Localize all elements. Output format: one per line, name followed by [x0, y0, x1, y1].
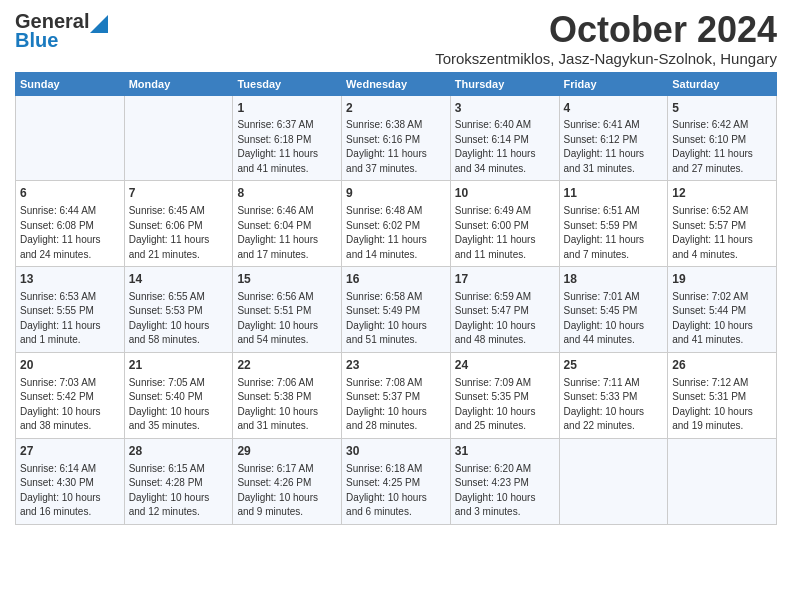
day-number: 2 [346, 100, 446, 117]
day-info: Sunrise: 6:45 AM Sunset: 6:06 PM Dayligh… [129, 204, 229, 262]
day-info: Sunrise: 6:42 AM Sunset: 6:10 PM Dayligh… [672, 118, 772, 176]
calendar-cell: 5Sunrise: 6:42 AM Sunset: 6:10 PM Daylig… [668, 95, 777, 181]
calendar-cell: 24Sunrise: 7:09 AM Sunset: 5:35 PM Dayli… [450, 352, 559, 438]
day-info: Sunrise: 6:48 AM Sunset: 6:02 PM Dayligh… [346, 204, 446, 262]
day-info: Sunrise: 7:12 AM Sunset: 5:31 PM Dayligh… [672, 376, 772, 434]
day-number: 16 [346, 271, 446, 288]
week-row-5: 27Sunrise: 6:14 AM Sunset: 4:30 PM Dayli… [16, 438, 777, 524]
day-info: Sunrise: 6:14 AM Sunset: 4:30 PM Dayligh… [20, 462, 120, 520]
calendar-table: SundayMondayTuesdayWednesdayThursdayFrid… [15, 72, 777, 525]
day-number: 30 [346, 443, 446, 460]
calendar-cell: 2Sunrise: 6:38 AM Sunset: 6:16 PM Daylig… [342, 95, 451, 181]
header-row: SundayMondayTuesdayWednesdayThursdayFrid… [16, 72, 777, 95]
calendar-cell: 29Sunrise: 6:17 AM Sunset: 4:26 PM Dayli… [233, 438, 342, 524]
calendar-cell: 23Sunrise: 7:08 AM Sunset: 5:37 PM Dayli… [342, 352, 451, 438]
calendar-cell: 26Sunrise: 7:12 AM Sunset: 5:31 PM Dayli… [668, 352, 777, 438]
day-number: 31 [455, 443, 555, 460]
day-info: Sunrise: 6:56 AM Sunset: 5:51 PM Dayligh… [237, 290, 337, 348]
calendar-cell: 15Sunrise: 6:56 AM Sunset: 5:51 PM Dayli… [233, 267, 342, 353]
calendar-cell [559, 438, 668, 524]
day-info: Sunrise: 7:01 AM Sunset: 5:45 PM Dayligh… [564, 290, 664, 348]
week-row-2: 6Sunrise: 6:44 AM Sunset: 6:08 PM Daylig… [16, 181, 777, 267]
calendar-cell: 17Sunrise: 6:59 AM Sunset: 5:47 PM Dayli… [450, 267, 559, 353]
calendar-cell: 8Sunrise: 6:46 AM Sunset: 6:04 PM Daylig… [233, 181, 342, 267]
day-number: 12 [672, 185, 772, 202]
day-number: 24 [455, 357, 555, 374]
day-number: 6 [20, 185, 120, 202]
day-number: 14 [129, 271, 229, 288]
day-number: 25 [564, 357, 664, 374]
day-info: Sunrise: 6:41 AM Sunset: 6:12 PM Dayligh… [564, 118, 664, 176]
day-info: Sunrise: 6:49 AM Sunset: 6:00 PM Dayligh… [455, 204, 555, 262]
day-info: Sunrise: 6:20 AM Sunset: 4:23 PM Dayligh… [455, 462, 555, 520]
day-info: Sunrise: 6:59 AM Sunset: 5:47 PM Dayligh… [455, 290, 555, 348]
day-number: 7 [129, 185, 229, 202]
calendar-cell: 3Sunrise: 6:40 AM Sunset: 6:14 PM Daylig… [450, 95, 559, 181]
calendar-cell: 13Sunrise: 6:53 AM Sunset: 5:55 PM Dayli… [16, 267, 125, 353]
day-info: Sunrise: 7:06 AM Sunset: 5:38 PM Dayligh… [237, 376, 337, 434]
calendar-cell: 14Sunrise: 6:55 AM Sunset: 5:53 PM Dayli… [124, 267, 233, 353]
weekday-header-thursday: Thursday [450, 72, 559, 95]
day-info: Sunrise: 6:15 AM Sunset: 4:28 PM Dayligh… [129, 462, 229, 520]
day-info: Sunrise: 6:38 AM Sunset: 6:16 PM Dayligh… [346, 118, 446, 176]
calendar-cell: 10Sunrise: 6:49 AM Sunset: 6:00 PM Dayli… [450, 181, 559, 267]
weekday-header-friday: Friday [559, 72, 668, 95]
day-info: Sunrise: 6:40 AM Sunset: 6:14 PM Dayligh… [455, 118, 555, 176]
day-info: Sunrise: 7:09 AM Sunset: 5:35 PM Dayligh… [455, 376, 555, 434]
day-number: 27 [20, 443, 120, 460]
calendar-cell: 22Sunrise: 7:06 AM Sunset: 5:38 PM Dayli… [233, 352, 342, 438]
calendar-cell: 25Sunrise: 7:11 AM Sunset: 5:33 PM Dayli… [559, 352, 668, 438]
day-number: 9 [346, 185, 446, 202]
title-section: October 2024 Torokszentmiklos, Jasz-Nagy… [435, 10, 777, 67]
day-number: 21 [129, 357, 229, 374]
day-info: Sunrise: 6:55 AM Sunset: 5:53 PM Dayligh… [129, 290, 229, 348]
calendar-cell [16, 95, 125, 181]
location-subtitle: Torokszentmiklos, Jasz-Nagykun-Szolnok, … [435, 50, 777, 67]
weekday-header-sunday: Sunday [16, 72, 125, 95]
calendar-cell: 6Sunrise: 6:44 AM Sunset: 6:08 PM Daylig… [16, 181, 125, 267]
day-number: 26 [672, 357, 772, 374]
calendar-cell: 11Sunrise: 6:51 AM Sunset: 5:59 PM Dayli… [559, 181, 668, 267]
day-info: Sunrise: 7:08 AM Sunset: 5:37 PM Dayligh… [346, 376, 446, 434]
calendar-cell: 9Sunrise: 6:48 AM Sunset: 6:02 PM Daylig… [342, 181, 451, 267]
day-info: Sunrise: 6:18 AM Sunset: 4:25 PM Dayligh… [346, 462, 446, 520]
day-number: 13 [20, 271, 120, 288]
day-number: 11 [564, 185, 664, 202]
day-info: Sunrise: 6:46 AM Sunset: 6:04 PM Dayligh… [237, 204, 337, 262]
calendar-cell: 28Sunrise: 6:15 AM Sunset: 4:28 PM Dayli… [124, 438, 233, 524]
weekday-header-monday: Monday [124, 72, 233, 95]
calendar-cell: 1Sunrise: 6:37 AM Sunset: 6:18 PM Daylig… [233, 95, 342, 181]
calendar-cell: 31Sunrise: 6:20 AM Sunset: 4:23 PM Dayli… [450, 438, 559, 524]
calendar-cell: 18Sunrise: 7:01 AM Sunset: 5:45 PM Dayli… [559, 267, 668, 353]
day-number: 29 [237, 443, 337, 460]
calendar-cell: 30Sunrise: 6:18 AM Sunset: 4:25 PM Dayli… [342, 438, 451, 524]
day-info: Sunrise: 7:05 AM Sunset: 5:40 PM Dayligh… [129, 376, 229, 434]
day-number: 5 [672, 100, 772, 117]
day-info: Sunrise: 7:02 AM Sunset: 5:44 PM Dayligh… [672, 290, 772, 348]
day-info: Sunrise: 7:03 AM Sunset: 5:42 PM Dayligh… [20, 376, 120, 434]
day-info: Sunrise: 6:53 AM Sunset: 5:55 PM Dayligh… [20, 290, 120, 348]
logo-blue: Blue [15, 29, 58, 52]
day-info: Sunrise: 6:51 AM Sunset: 5:59 PM Dayligh… [564, 204, 664, 262]
day-info: Sunrise: 6:37 AM Sunset: 6:18 PM Dayligh… [237, 118, 337, 176]
calendar-cell [668, 438, 777, 524]
calendar-cell: 4Sunrise: 6:41 AM Sunset: 6:12 PM Daylig… [559, 95, 668, 181]
day-info: Sunrise: 6:52 AM Sunset: 5:57 PM Dayligh… [672, 204, 772, 262]
calendar-cell: 20Sunrise: 7:03 AM Sunset: 5:42 PM Dayli… [16, 352, 125, 438]
day-info: Sunrise: 6:58 AM Sunset: 5:49 PM Dayligh… [346, 290, 446, 348]
day-info: Sunrise: 7:11 AM Sunset: 5:33 PM Dayligh… [564, 376, 664, 434]
day-number: 4 [564, 100, 664, 117]
day-number: 17 [455, 271, 555, 288]
week-row-3: 13Sunrise: 6:53 AM Sunset: 5:55 PM Dayli… [16, 267, 777, 353]
calendar-cell: 12Sunrise: 6:52 AM Sunset: 5:57 PM Dayli… [668, 181, 777, 267]
day-number: 10 [455, 185, 555, 202]
day-number: 3 [455, 100, 555, 117]
month-title: October 2024 [435, 10, 777, 50]
calendar-cell: 21Sunrise: 7:05 AM Sunset: 5:40 PM Dayli… [124, 352, 233, 438]
day-info: Sunrise: 6:17 AM Sunset: 4:26 PM Dayligh… [237, 462, 337, 520]
day-number: 19 [672, 271, 772, 288]
calendar-cell: 19Sunrise: 7:02 AM Sunset: 5:44 PM Dayli… [668, 267, 777, 353]
weekday-header-saturday: Saturday [668, 72, 777, 95]
calendar-cell [124, 95, 233, 181]
day-number: 15 [237, 271, 337, 288]
